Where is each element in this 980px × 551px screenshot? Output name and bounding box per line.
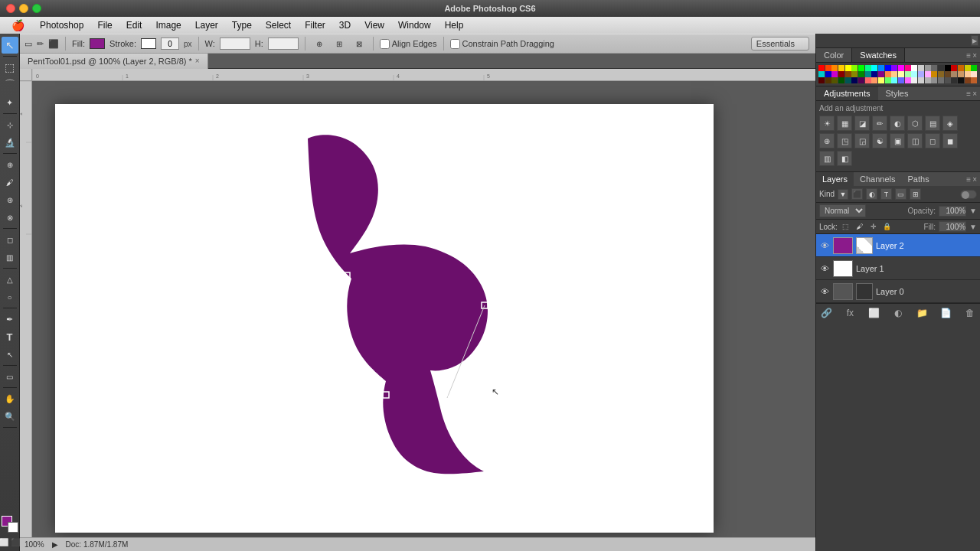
swatch[interactable] [838, 65, 844, 71]
new-layer-btn[interactable]: 📄 [939, 306, 953, 320]
tab-channels[interactable]: Channels [854, 172, 901, 186]
path-select-tool[interactable]: ↖ [2, 346, 18, 363]
swatch[interactable] [905, 71, 911, 77]
link-layers-btn[interactable]: 🔗 [819, 306, 833, 320]
filter-adjustment-btn[interactable]: ◐ [866, 188, 877, 200]
adj-photo-filter[interactable]: ⊕ [819, 133, 835, 148]
heal-tool[interactable]: ⊕ [2, 156, 18, 173]
layer-visibility-layer0[interactable]: 👁 [819, 286, 830, 297]
swatch[interactable] [878, 65, 884, 71]
swatch[interactable] [851, 65, 858, 71]
swatch[interactable] [918, 65, 924, 71]
swatch[interactable] [858, 65, 864, 71]
menu-help[interactable]: Help [439, 18, 470, 32]
canvas-area[interactable]: 0 1 2 3 4 5 [20, 69, 815, 551]
lock-position-btn[interactable]: ✛ [868, 221, 879, 232]
lasso-tool[interactable]: ⌒ [2, 77, 18, 93]
swatch[interactable] [971, 71, 977, 77]
adj-bw[interactable]: ◈ [942, 116, 958, 131]
swatch[interactable] [818, 65, 825, 71]
layers-collapse-btn[interactable]: × [972, 175, 977, 184]
align-edges-checkbox[interactable] [380, 39, 390, 49]
swatch[interactable] [865, 77, 871, 83]
adj-extra-1[interactable]: ▥ [819, 151, 835, 166]
swatch[interactable] [825, 71, 831, 77]
swatch[interactable] [878, 77, 884, 83]
layer-mask-btn[interactable]: ⬜ [867, 306, 881, 320]
layers-menu-btn[interactable]: ≡ [966, 175, 971, 184]
filter-type-btn[interactable]: T [880, 188, 892, 200]
fg-bg-color-indicator[interactable] [2, 516, 18, 533]
height-input[interactable] [268, 37, 299, 50]
swatch[interactable] [818, 77, 825, 83]
opacity-dropdown[interactable]: ▼ [969, 207, 977, 215]
filter-pixel-btn[interactable]: ⬛ [851, 188, 863, 200]
swatch[interactable] [851, 77, 858, 83]
tool-mode-icon-path[interactable]: ✏ [37, 39, 44, 49]
swatch[interactable] [958, 65, 964, 71]
opacity-input[interactable] [939, 206, 966, 217]
minimize-button[interactable] [19, 4, 28, 13]
adj-threshold[interactable]: ◫ [907, 133, 923, 148]
adj-selective-color[interactable]: ◼ [942, 133, 958, 148]
tab-color[interactable]: Color [816, 48, 852, 62]
tab-paths[interactable]: Paths [902, 172, 936, 186]
path-ops-icon[interactable]: ⊕ [312, 36, 327, 51]
background-color[interactable] [8, 522, 18, 533]
swatch[interactable] [911, 65, 917, 71]
filter-smart-btn[interactable]: ⊞ [910, 188, 921, 200]
quick-mask-btn[interactable]: ⬜ [0, 538, 8, 546]
swatch[interactable] [911, 77, 917, 83]
fill-input[interactable] [939, 221, 966, 232]
collapse-right-btn[interactable]: ▶ [971, 35, 978, 46]
swatch[interactable] [831, 71, 838, 77]
menu-window[interactable]: Window [392, 18, 437, 32]
swatch[interactable] [931, 77, 937, 83]
layer-style-btn[interactable]: fx [843, 306, 857, 320]
swatch[interactable] [898, 71, 904, 77]
new-group-btn[interactable]: 📁 [915, 306, 929, 320]
menu-type[interactable]: Type [226, 18, 258, 32]
swatch[interactable] [845, 77, 851, 83]
align-icon[interactable]: ⊞ [332, 36, 347, 51]
dodge-tool[interactable]: ○ [2, 289, 18, 305]
std-mode-btn[interactable]: ⬛ [11, 538, 20, 546]
close-button[interactable] [6, 4, 15, 13]
marquee-tool[interactable]: ⬚ [2, 59, 18, 76]
blend-mode-select[interactable]: Normal Multiply Screen Overlay [819, 204, 866, 217]
menu-layer[interactable]: Layer [189, 18, 224, 32]
history-brush-tool[interactable]: ⊗ [2, 209, 18, 226]
tab-swatches[interactable]: Swatches [852, 48, 905, 62]
swatch[interactable] [965, 65, 971, 71]
swatch[interactable] [858, 77, 864, 83]
fill-color-swatch[interactable] [90, 38, 105, 49]
swatch[interactable] [938, 65, 944, 71]
menu-3d[interactable]: 3D [333, 18, 357, 32]
align-edges-check[interactable]: Align Edges [380, 39, 437, 49]
lock-pixels-btn[interactable]: ⬚ [841, 221, 851, 232]
swatch[interactable] [871, 77, 877, 83]
swatch[interactable] [905, 65, 911, 71]
delete-layer-btn[interactable]: 🗑 [963, 306, 977, 320]
swatch[interactable] [965, 71, 971, 77]
eyedropper-tool[interactable]: 🔬 [2, 134, 18, 151]
canvas-wrapper[interactable]: ↖ [32, 81, 815, 537]
swatch[interactable] [898, 65, 904, 71]
clone-tool[interactable]: ⊛ [2, 191, 18, 208]
maximize-button[interactable] [32, 4, 41, 13]
magic-wand-tool[interactable]: ✦ [2, 94, 18, 111]
swatch[interactable] [838, 77, 844, 83]
adj-invert[interactable]: ☯ [872, 133, 887, 148]
tool-mode-icon-pixel[interactable]: ⬛ [48, 39, 59, 49]
blur-tool[interactable]: △ [2, 271, 18, 288]
adj-hsl[interactable]: ⬡ [907, 116, 923, 131]
tool-mode-icon-shape[interactable]: ▭ [24, 39, 32, 49]
swatch[interactable] [905, 77, 911, 83]
adj-curves[interactable]: ◪ [854, 116, 870, 131]
swatch[interactable] [891, 71, 897, 77]
menu-filter[interactable]: Filter [299, 18, 332, 32]
new-adjustment-btn[interactable]: ◐ [891, 306, 905, 320]
adj-menu-btn[interactable]: ≡ [966, 90, 971, 98]
apple-menu[interactable]: 🍎 [4, 19, 32, 31]
swatch[interactable] [971, 77, 977, 83]
